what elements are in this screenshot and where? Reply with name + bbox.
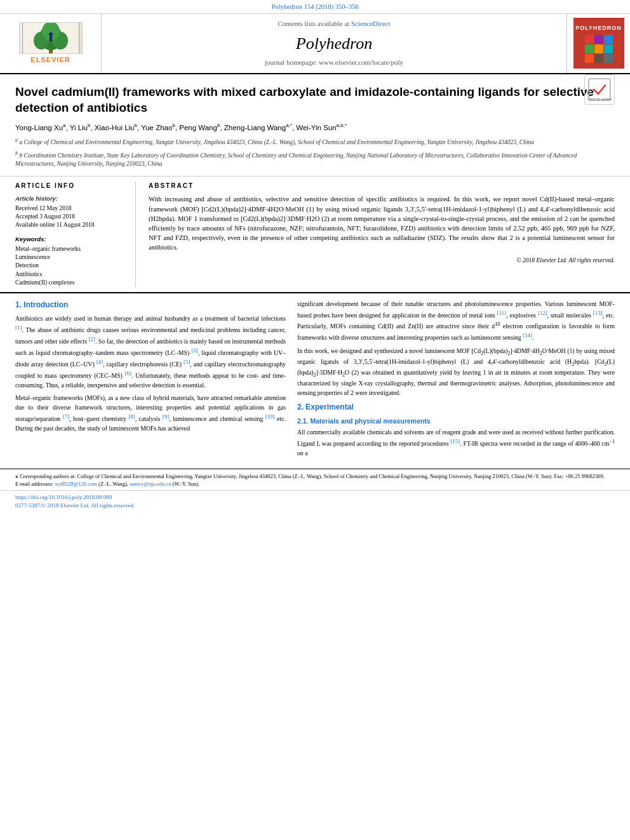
poly-cell-2 bbox=[594, 35, 603, 44]
journal-homepage: journal homepage: www.elsevier.com/locat… bbox=[265, 58, 403, 67]
main-body: 1. Introduction Antibiotics are widely u… bbox=[0, 293, 630, 468]
sup-b3: b bbox=[172, 123, 175, 128]
keywords-heading: Keywords: bbox=[15, 235, 129, 243]
leaving-word: leaving bbox=[462, 369, 481, 376]
affiliation-b: b b Coordination Chemistry Institute, St… bbox=[15, 150, 615, 169]
elsevier-logo-area: ELSEVIER bbox=[0, 14, 102, 73]
poly-cell-5 bbox=[594, 44, 603, 53]
check-for-updates-box: Check for updates bbox=[584, 74, 615, 105]
sup-a2: a,* bbox=[286, 123, 292, 128]
ref-15[interactable]: [15] bbox=[450, 438, 460, 444]
ref-7[interactable]: [7] bbox=[63, 413, 70, 420]
journal-citation: Polyhedron 154 (2018) 350–356 bbox=[272, 3, 359, 10]
poly-cell-4 bbox=[585, 44, 594, 53]
elsevier-tree-svg bbox=[22, 22, 79, 54]
svg-text:Check for updates: Check for updates bbox=[587, 97, 612, 101]
article-info-heading: ARTICLE INFO bbox=[15, 182, 129, 190]
author-yong-liang: Yong-Liang Xu bbox=[15, 124, 63, 131]
footnote-area: ⁎ Corresponding authors at: College of C… bbox=[0, 469, 630, 491]
sup-ab1: a,b,* bbox=[337, 123, 347, 128]
elsevier-logo: ELSEVIER bbox=[19, 22, 83, 65]
poly-logo-title: POLYHEDRON bbox=[575, 24, 622, 32]
intro-para1: Antibiotics are widely used in human the… bbox=[15, 314, 286, 390]
received-date: Received 12 May 2018 bbox=[15, 204, 129, 213]
intro-section-title: 1. Introduction bbox=[15, 300, 286, 310]
email-link-2[interactable]: sunwy@nju.edu.cn bbox=[130, 481, 171, 487]
poly-cell-1 bbox=[585, 35, 594, 44]
ref-11[interactable]: [11] bbox=[497, 310, 506, 316]
ref-12[interactable]: [12] bbox=[538, 310, 547, 316]
journal-header-center: Contents lists available at ScienceDirec… bbox=[102, 14, 566, 73]
ref-9[interactable]: [9] bbox=[163, 413, 170, 420]
ref-13[interactable]: [13] bbox=[593, 310, 603, 316]
article-title: Novel cadmium(II) frameworks with mixed … bbox=[15, 84, 615, 116]
contents-line: Contents lists available at ScienceDirec… bbox=[278, 19, 390, 29]
doi-link[interactable]: https://doi.org/10.1016/j.poly.2018.08.0… bbox=[15, 494, 112, 500]
header: ELSEVIER Contents lists available at Sci… bbox=[0, 14, 630, 74]
poly-cell-6 bbox=[604, 44, 613, 53]
sup-b1: b bbox=[88, 123, 90, 128]
journal-name: Polyhedron bbox=[296, 32, 372, 55]
elsevier-name-label: ELSEVIER bbox=[30, 55, 70, 65]
sup-a1: a bbox=[63, 123, 65, 128]
article-header-section: Novel cadmium(II) frameworks with mixed … bbox=[0, 74, 630, 177]
subsection-2-1-title: 2.1. Materials and physical measurements bbox=[297, 417, 615, 426]
poly-cell-3 bbox=[604, 35, 613, 44]
article-info-abstract-section: ARTICLE INFO Article history: Received 1… bbox=[0, 177, 630, 293]
author-yi-liu: Yi Liu bbox=[70, 124, 88, 131]
available-online-date: Available online 11 August 2018 bbox=[15, 221, 129, 229]
abstract-text: With increasing and abuse of antibiotics… bbox=[149, 194, 615, 252]
ref-8[interactable]: [8] bbox=[128, 413, 135, 420]
poly-cell-7 bbox=[585, 54, 594, 63]
elsevier-tree-image bbox=[19, 22, 83, 54]
ref-6[interactable]: [6] bbox=[125, 370, 132, 377]
ref-10[interactable]: [10] bbox=[265, 413, 275, 420]
issn-copyright: 0277-5387/© 2018 Elsevier Ltd. All right… bbox=[15, 502, 135, 509]
affiliation-a: a a College of Chemical and Environmenta… bbox=[15, 137, 615, 147]
author-yue-zhao: Yue Zhao bbox=[141, 124, 172, 131]
author-wei-yin: Wei-Yin Sun bbox=[296, 124, 336, 131]
sciencedirect-link[interactable]: ScienceDirect bbox=[351, 20, 391, 27]
sup-b4: b bbox=[217, 123, 220, 128]
intro-para2: Metal–organic frameworks (MOFs), as a ne… bbox=[15, 394, 286, 433]
poly-cell-8 bbox=[594, 54, 603, 63]
footnote-email: E-mail addresses: wzl8228@126.com (Z.-L.… bbox=[15, 481, 615, 488]
polyhedron-logo-area: POLYHEDRON bbox=[566, 14, 630, 73]
history-label: Article history: bbox=[15, 194, 129, 203]
experimental-section-title: 2. Experimental bbox=[297, 402, 615, 413]
ref-4[interactable]: [4] bbox=[97, 359, 104, 365]
svg-rect-7 bbox=[50, 36, 52, 41]
keyword-1: Metal–organic frameworks bbox=[15, 245, 129, 253]
copyright-line: © 2018 Elsevier Ltd. All rights reserved… bbox=[149, 257, 615, 265]
ref-5[interactable]: [5] bbox=[184, 359, 191, 365]
keyword-3: Detection bbox=[15, 262, 129, 270]
abstract-heading: ABSTRACT bbox=[149, 182, 615, 190]
sup-b2: b bbox=[135, 123, 137, 128]
ref-14[interactable]: [14] bbox=[523, 332, 532, 338]
email-link-1[interactable]: wzl8228@126.com bbox=[55, 481, 97, 487]
abstract-panel: ABSTRACT With increasing and abuse of an… bbox=[149, 182, 615, 287]
accepted-date: Accepted 3 August 2018 bbox=[15, 213, 129, 221]
ref-2[interactable]: [2] bbox=[88, 336, 95, 342]
authors-line: Yong-Liang Xua, Yi Liub, Xiao-Hui Liub, … bbox=[15, 122, 615, 133]
polyhedron-logo: POLYHEDRON bbox=[573, 18, 624, 69]
keywords-section: Keywords: Metal–organic frameworks Lumin… bbox=[15, 235, 129, 288]
svg-point-6 bbox=[49, 32, 53, 36]
left-column: 1. Introduction Antibiotics are widely u… bbox=[15, 300, 286, 462]
poly-cell-9 bbox=[604, 54, 613, 63]
check-for-updates-icon: Check for updates bbox=[587, 77, 612, 102]
top-bar: Polyhedron 154 (2018) 350–356 bbox=[0, 0, 630, 14]
article-info-panel: ARTICLE INFO Article history: Received 1… bbox=[15, 182, 136, 287]
poly-logo-grid bbox=[585, 35, 613, 63]
ref-1[interactable]: [1] bbox=[15, 324, 22, 331]
ref-3[interactable]: [3] bbox=[191, 347, 198, 354]
author-xiao-hui: Xiao-Hui Liu bbox=[95, 124, 135, 131]
keyword-2: Luminescence bbox=[15, 253, 129, 262]
keyword-4: Antibiotics bbox=[15, 270, 129, 279]
author-peng-wang: Peng Wang bbox=[179, 124, 217, 131]
doi-area: https://doi.org/10.1016/j.poly.2018.08.0… bbox=[0, 490, 630, 512]
author-zheng-liang: Zheng-Liang Wang bbox=[224, 124, 286, 131]
experimental-para1: All commercially available chemicals and… bbox=[297, 428, 615, 458]
footnote-corresponding: ⁎ Corresponding authors at: College of C… bbox=[15, 473, 615, 481]
keyword-5: Cadmium(II) complexes bbox=[15, 279, 129, 287]
